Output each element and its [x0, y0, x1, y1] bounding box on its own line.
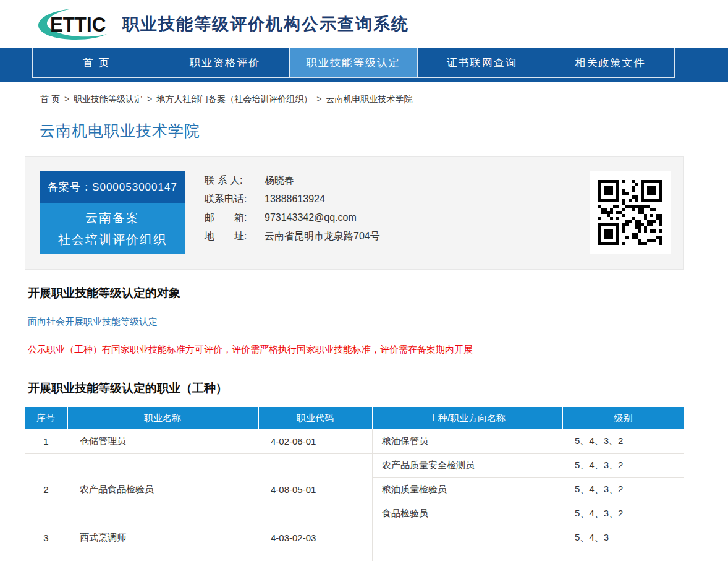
cell-levels: 5、4、3、2 — [562, 453, 684, 477]
org-info-card: 备案号：S000053000147 云南备案 社会培训评价组织 联 系 人:杨晓… — [25, 156, 684, 270]
record-region: 云南备案 — [40, 207, 185, 229]
contact-line-3: 邮 箱:973143342@qq.com — [205, 208, 380, 227]
nav-item-5[interactable]: 相关政策文件 — [546, 48, 675, 77]
breadcrumb-item-1[interactable]: 首 页 — [40, 94, 60, 104]
column-header-5: 级别 — [562, 407, 684, 429]
contact-line-4: 地 址:云南省昆明市龙泉路704号 — [205, 227, 380, 246]
logo-swoosh-icon: ETTIC — [35, 7, 114, 41]
cell-type — [373, 550, 562, 561]
breadcrumb-item-3[interactable]: 地方人社部门备案（社会培训评价组织） — [156, 94, 312, 104]
table-row: 1仓储管理员4-02-06-01粮油保管员5、4、3、2 — [25, 429, 684, 453]
breadcrumb-item-4: 云南机电职业技术学院 — [326, 94, 412, 104]
column-header-4: 工种/职业方向名称 — [373, 407, 562, 429]
table-header-row: 序号职业名称职业代码工种/职业方向名称级别 — [25, 407, 684, 429]
record-org-type: 社会培训评价组织 — [40, 229, 185, 251]
target-description: 面向社会开展职业技能等级认定 — [28, 316, 728, 328]
column-header-1: 序号 — [25, 407, 67, 429]
contact-label: 联系电话: — [205, 190, 265, 208]
cell-type: 粮油质量检验员 — [373, 477, 562, 502]
breadcrumb: 首 页>职业技能等级认定>地方人社部门备案（社会培训评价组织）>云南机电职业技术… — [40, 94, 728, 105]
column-header-2: 职业名称 — [67, 407, 258, 429]
contact-value: 云南省昆明市龙泉路704号 — [265, 231, 380, 241]
section-heading-target: 开展职业技能等级认定的对象 — [28, 285, 728, 301]
table-row: 3西式烹调师4-03-02-035、4、3 — [25, 526, 684, 550]
breadcrumb-separator: > — [147, 94, 152, 104]
table-row: 2农产品食品检验员4-08-05-01农产品质量安全检测员5、4、3、2 — [25, 453, 684, 477]
qr-code-icon — [598, 180, 662, 245]
cell-code — [258, 550, 373, 561]
cell-no — [25, 550, 67, 561]
cell-no: 3 — [25, 526, 67, 550]
page: ETTIC 职业技能等级评价机构公示查询系统 首 页职业资格评价职业技能等级认定… — [0, 0, 728, 561]
nav-items: 首 页职业资格评价职业技能等级认定证书联网查询相关政策文件 — [32, 48, 675, 78]
record-badge-type: 云南备案 社会培训评价组织 — [40, 203, 185, 254]
cell-type — [373, 526, 562, 550]
contact-line-2: 联系电话:13888613924 — [205, 190, 380, 208]
breadcrumb-separator: > — [64, 94, 69, 104]
site-title: 职业技能等级评价机构公示查询系统 — [122, 13, 409, 35]
cell-name: 西式烹调师 — [67, 526, 258, 550]
cell-code: 4-02-06-01 — [258, 429, 373, 453]
cell-name: 农产品食品检验员 — [67, 453, 258, 526]
contact-label: 地 址: — [205, 227, 265, 246]
nav-item-1[interactable]: 首 页 — [32, 48, 161, 77]
record-number-label: 备案号： — [48, 181, 92, 193]
contact-line-1: 联 系 人:杨晓春 — [205, 171, 380, 190]
cell-no: 2 — [25, 453, 67, 526]
contact-value: 973143342@qq.com — [265, 212, 357, 223]
occupations-table: 序号职业名称职业代码工种/职业方向名称级别 1仓储管理员4-02-06-01粮油… — [25, 407, 684, 561]
record-number: 备案号：S000053000147 — [40, 171, 185, 203]
section-heading-occupations: 开展职业技能等级认定的职业（工种） — [28, 380, 728, 396]
cell-type: 食品检验员 — [373, 502, 562, 526]
record-badge: 备案号：S000053000147 云南备案 社会培训评价组织 — [40, 171, 185, 254]
nav-item-2[interactable]: 职业资格评价 — [161, 48, 289, 77]
contact-label: 联 系 人: — [205, 171, 265, 190]
contact-value: 杨晓春 — [265, 175, 294, 186]
nav-item-3[interactable]: 职业技能等级认定 — [289, 48, 418, 77]
cell-type: 农产品质量安全检测员 — [373, 453, 562, 477]
contact-info: 联 系 人:杨晓春联系电话:13888613924邮 箱:973143342@q… — [205, 171, 380, 246]
nav-item-4[interactable]: 证书联网查询 — [417, 48, 546, 77]
qr-code — [590, 171, 671, 254]
cell-levels: 5、4、3 — [562, 526, 684, 550]
cell-levels: 5、4、3、2 — [562, 502, 684, 526]
cell-levels: 5、4、3、2 — [562, 477, 684, 502]
cell-code: 4-03-02-03 — [258, 526, 373, 550]
cell-name — [67, 550, 258, 561]
page-title: 云南机电职业技术学院 — [40, 121, 728, 141]
cell-name: 仓储管理员 — [67, 429, 258, 453]
cell-levels — [562, 550, 684, 561]
main-nav: 首 页职业资格评价职业技能等级认定证书联网查询相关政策文件 — [0, 48, 728, 82]
cell-no: 1 — [25, 429, 67, 453]
notice-text: 公示职业（工种）有国家职业技能标准方可评价，评价需严格执行国家职业技能标准，评价… — [28, 344, 728, 356]
table-row — [25, 550, 684, 561]
ettic-logo: ETTIC — [35, 7, 114, 41]
contact-label: 邮 箱: — [205, 208, 265, 227]
record-number-value: S000053000147 — [92, 181, 177, 193]
contact-value: 13888613924 — [265, 194, 325, 204]
column-header-3: 职业代码 — [258, 407, 373, 429]
breadcrumb-separator: > — [316, 94, 321, 104]
site-header: ETTIC 职业技能等级评价机构公示查询系统 — [0, 0, 728, 48]
cell-levels: 5、4、3、2 — [562, 429, 684, 453]
cell-code: 4-08-05-01 — [258, 453, 373, 526]
cell-type: 粮油保管员 — [373, 429, 562, 453]
breadcrumb-item-2[interactable]: 职业技能等级认定 — [74, 94, 143, 104]
logo-text: ETTIC — [50, 12, 106, 36]
